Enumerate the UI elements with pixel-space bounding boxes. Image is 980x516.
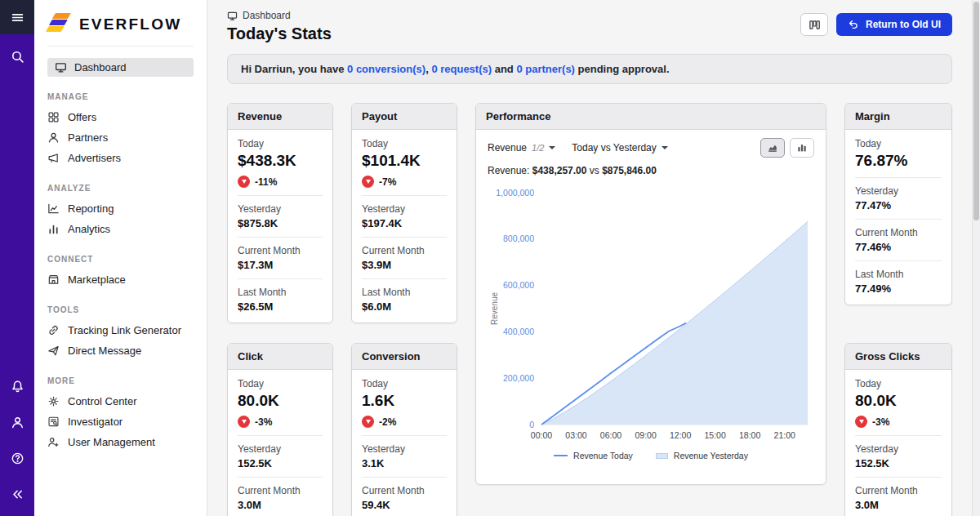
bar-chart-icon: [47, 223, 60, 235]
stat-value-today: 80.0K: [238, 392, 323, 410]
performance-controls: Revenue 1/2 Today vs Yesterday: [488, 138, 814, 158]
stat-label: Last Month: [855, 269, 942, 280]
brand-logo[interactable]: EVERFLOW: [34, 0, 207, 46]
metric-select[interactable]: Revenue 1/2: [488, 142, 555, 153]
stat-label: Yesterday: [855, 443, 942, 455]
collapse-sidebar-button[interactable]: [0, 480, 34, 508]
sidebar-item-analytics[interactable]: Analytics: [47, 219, 194, 239]
stat-label: Yesterday: [238, 443, 323, 455]
help-icon: [11, 452, 24, 465]
sidebar-item-direct-message[interactable]: Direct Message: [47, 340, 194, 361]
sidebar-item-control-center[interactable]: Control Center: [47, 391, 194, 411]
compare-select[interactable]: Today vs Yesterday: [572, 142, 667, 153]
breadcrumb[interactable]: Dashboard: [227, 10, 332, 21]
everflow-bolt-icon: [47, 13, 72, 35]
line-chart-icon: [47, 202, 60, 215]
stat-label: Current Month: [855, 227, 942, 238]
card-title: Payout: [352, 104, 457, 130]
stat-label: Current Month: [238, 485, 323, 496]
change-badge: -3%: [855, 416, 942, 428]
trend-down-icon: [238, 416, 250, 428]
sidebar-item-advertisers[interactable]: Advertisers: [47, 148, 194, 168]
change-value: -11%: [255, 176, 277, 188]
legend-revenue-yesterday[interactable]: Revenue Yesterday: [656, 451, 748, 460]
send-icon: [47, 345, 60, 357]
conversions-link[interactable]: 0 conversion(s): [347, 63, 425, 75]
sidebar-item-offers[interactable]: Offers: [47, 107, 194, 127]
area-chart-toggle[interactable]: [760, 138, 785, 158]
conversion-card: Conversion Today 1.6K -2% Yesterday 3.1K…: [351, 343, 457, 516]
svg-text:21:00: 21:00: [774, 430, 795, 440]
stat-label: Today: [238, 378, 323, 389]
summary-label: Revenue:: [488, 165, 529, 176]
stat-value-today: 1.6K: [362, 392, 447, 410]
svg-text:00:00: 00:00: [531, 430, 552, 440]
nav-section-analyze: ANALYZE Reporting Analytics: [34, 184, 207, 239]
sidebar-item-reporting[interactable]: Reporting: [47, 198, 194, 219]
change-value: -2%: [379, 416, 396, 428]
sidebar-item-label: Dashboard: [74, 61, 127, 73]
notifications-button[interactable]: [0, 372, 34, 400]
stat-value: 77.49%: [855, 282, 942, 295]
stat-value: $197.4K: [362, 217, 447, 229]
sidebar-item-label: User Management: [68, 436, 155, 448]
stat-label: Today: [362, 378, 447, 389]
svg-text:18:00: 18:00: [739, 430, 760, 440]
sidebar-item-investigator[interactable]: Investigator: [47, 411, 194, 432]
svg-text:09:00: 09:00: [635, 430, 656, 440]
account-button[interactable]: [0, 408, 34, 436]
card-title: Click: [228, 344, 332, 370]
layout-switcher-button[interactable]: [800, 13, 828, 36]
summary-yesterday-value: $875,846.00: [602, 165, 657, 176]
nav-section-connect: CONNECT Marketplace: [34, 255, 207, 290]
return-to-old-ui-button[interactable]: Return to Old UI: [836, 13, 952, 36]
gear-icon: [47, 395, 60, 407]
breadcrumb-label: Dashboard: [243, 10, 291, 21]
legend-label: Revenue Today: [573, 451, 633, 460]
stat-value: 77.46%: [855, 241, 942, 253]
sidebar-item-label: Control Center: [68, 395, 137, 407]
sidebar-item-dashboard[interactable]: Dashboard: [47, 58, 194, 77]
brand-name: EVERFLOW: [79, 16, 181, 33]
stat-value: $26.5M: [238, 300, 323, 313]
summary-vs: vs: [590, 165, 599, 176]
help-button[interactable]: [0, 444, 34, 472]
sidebar-item-tracking-link-generator[interactable]: Tracking Link Generator: [47, 320, 194, 340]
user-plus-icon: [47, 436, 60, 448]
legend-area-swatch: [656, 453, 668, 459]
user-icon: [11, 416, 24, 429]
chevron-down-icon: [662, 146, 668, 149]
change-value: -7%: [379, 176, 396, 188]
stat-label: Yesterday: [362, 203, 447, 215]
bell-icon: [11, 380, 24, 394]
sidebar-item-user-management[interactable]: User Management: [47, 432, 194, 452]
bar-chart-icon: [796, 142, 808, 153]
stat-value: $6.0M: [362, 300, 447, 313]
partners-link[interactable]: 0 partner(s): [516, 63, 575, 75]
columns-layout-icon: [808, 19, 821, 31]
sidebar-item-partners[interactable]: Partners: [47, 127, 194, 148]
bar-chart-toggle[interactable]: [790, 138, 814, 158]
sidebar-item-label: Tracking Link Generator: [68, 324, 181, 336]
svg-text:800,000: 800,000: [503, 234, 534, 243]
requests-link[interactable]: 0 request(s): [431, 63, 492, 75]
svg-text:12:00: 12:00: [670, 430, 691, 440]
double-chevron-left-icon: [11, 487, 24, 501]
search-button[interactable]: [0, 42, 34, 70]
page-scrollbar: [972, 0, 980, 516]
stat-label: Last Month: [238, 287, 323, 298]
sidebar-item-marketplace[interactable]: Marketplace: [47, 269, 194, 290]
stat-value: 152.5K: [855, 457, 942, 469]
performance-card: Performance Revenue 1/2 Today vs Yesterd…: [475, 103, 826, 485]
scrollbar-thumb[interactable]: [973, 2, 979, 220]
metric-select-value: Revenue: [488, 142, 527, 153]
svg-text:03:00: 03:00: [565, 430, 586, 440]
page-header: Dashboard Today's Stats Return to Old UI: [227, 10, 952, 43]
monitor-icon: [55, 61, 67, 73]
card-title: Margin: [845, 104, 951, 130]
legend-revenue-today[interactable]: Revenue Today: [554, 451, 633, 460]
gross-clicks-card: Gross Clicks Today 80.0K -3% Yesterday 1…: [844, 343, 952, 516]
menu-button[interactable]: [0, 0, 34, 34]
stat-label: Current Month: [855, 485, 942, 496]
svg-text:Revenue: Revenue: [490, 292, 499, 325]
